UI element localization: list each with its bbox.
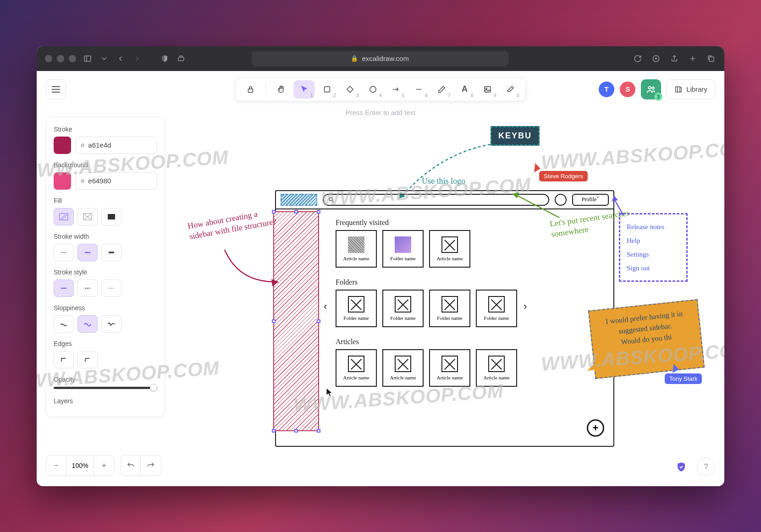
menu-button[interactable]	[46, 79, 66, 99]
wf-section-articles[interactable]: Articles	[336, 338, 359, 346]
background-hex-input[interactable]: #e64980	[76, 172, 157, 190]
zoom-level[interactable]: 100%	[66, 455, 94, 476]
svg-rect-15	[485, 87, 491, 92]
library-label: Library	[686, 85, 707, 93]
tool-text[interactable]: A8	[454, 80, 475, 99]
library-button[interactable]: Library	[667, 79, 715, 99]
wf-sidebar-selected[interactable]	[273, 211, 319, 431]
stroke-med[interactable]	[77, 244, 98, 261]
wf-card[interactable]: Article name	[476, 349, 517, 387]
edge-sharp[interactable]	[54, 351, 74, 368]
excalidraw-app: 1 2 3 4 5 6 7 A8 9 0 T S 3 Library Press…	[37, 71, 724, 486]
tabs-icon[interactable]	[706, 54, 716, 64]
chevron-down-icon[interactable]	[99, 54, 109, 64]
wf-card[interactable]: Article name	[382, 349, 424, 387]
wf-fab[interactable]: +	[587, 419, 604, 437]
svg-point-17	[649, 86, 651, 89]
stroke-width-label: Stroke width	[54, 233, 157, 240]
tool-line[interactable]: 6	[408, 80, 430, 99]
fill-solid[interactable]	[101, 208, 121, 225]
wf-card[interactable]: Article name	[336, 349, 377, 387]
fill-hachure[interactable]	[54, 208, 74, 225]
annotation-sidebar[interactable]: How about creating a sidebar with file s…	[187, 205, 281, 242]
wf-prev-arrow[interactable]: ‹	[324, 301, 333, 312]
stroke-hex-input[interactable]: #a61e4d	[76, 137, 157, 154]
collaboration-button[interactable]: 3	[641, 79, 661, 99]
fill-cross[interactable]	[77, 208, 98, 225]
zoom-in[interactable]: +	[94, 455, 114, 476]
tool-rectangle[interactable]: 2	[317, 80, 338, 99]
wf-card[interactable]: Folder name	[382, 290, 424, 327]
canvas-hint: Press Enter to add text	[346, 109, 416, 116]
bottom-right-controls: ?	[672, 458, 715, 476]
wf-card[interactable]: Article name	[336, 230, 377, 268]
svg-marker-37	[612, 196, 618, 201]
wf-card[interactable]: Article name	[429, 349, 470, 387]
shield-icon[interactable]	[160, 54, 170, 64]
browser-titlebar: 🔒 excalidraw.com	[37, 46, 724, 71]
tool-arrow[interactable]: 5	[386, 80, 407, 99]
reload-icon[interactable]	[633, 54, 643, 64]
tool-eraser[interactable]: 0	[500, 80, 521, 99]
style-solid[interactable]	[54, 280, 74, 297]
wf-profile-dropdown[interactable]: Profile ˅	[572, 194, 609, 206]
wf-card[interactable]: Folder name	[336, 290, 377, 327]
extensions-icon[interactable]	[176, 54, 186, 64]
style-dotted[interactable]	[101, 280, 121, 297]
url-bar[interactable]: 🔒 excalidraw.com	[252, 51, 508, 66]
tool-diamond[interactable]: 3	[340, 80, 361, 99]
zoom-out[interactable]: −	[46, 455, 66, 476]
sticky-note[interactable]: I would prefer having it in suggested si…	[588, 299, 705, 378]
canvas[interactable]: KEYBU Use this logo Steve Rodgers Profil…	[179, 121, 711, 445]
wf-card[interactable]: Article name	[429, 230, 470, 268]
wf-section-folders[interactable]: Folders	[336, 278, 358, 286]
layers-label: Layers	[54, 397, 157, 405]
svg-line-34	[332, 200, 334, 202]
cursor-label-steve: Steve Rodgers	[539, 171, 588, 181]
keybu-logo-box[interactable]: KEYBU	[491, 126, 540, 146]
wf-next-arrow[interactable]: ›	[524, 301, 533, 312]
undo-button[interactable]	[121, 455, 141, 476]
wf-dropdown-menu[interactable]: Release notes Help Settings Sign out	[619, 213, 688, 282]
edge-round[interactable]	[77, 351, 98, 368]
redo-button[interactable]	[141, 455, 161, 476]
stroke-label: Stroke	[54, 126, 157, 133]
fill-label: Fill	[54, 197, 157, 204]
traffic-lights[interactable]	[45, 55, 76, 62]
stroke-swatch[interactable]	[54, 137, 71, 154]
opacity-slider[interactable]	[54, 387, 157, 389]
download-icon[interactable]	[651, 54, 661, 64]
cursor-label-tony: Tony Stark	[665, 373, 702, 384]
tool-ellipse[interactable]: 4	[363, 80, 384, 99]
style-dashed[interactable]	[77, 280, 98, 297]
share-icon[interactable]	[669, 54, 679, 64]
stroke-thick[interactable]	[101, 244, 121, 261]
svg-rect-25	[108, 214, 115, 219]
svg-point-33	[329, 197, 332, 201]
slop-cartoonist[interactable]	[101, 315, 121, 333]
annotation-logo[interactable]: Use this logo	[422, 176, 465, 186]
slop-architect[interactable]	[54, 315, 74, 333]
tool-image[interactable]: 9	[477, 80, 498, 99]
sidebar-toggle-icon[interactable]	[83, 54, 93, 64]
new-tab-icon[interactable]	[688, 54, 698, 64]
slop-artist[interactable]	[77, 315, 98, 333]
wf-card[interactable]: Folder name	[382, 230, 424, 268]
wf-logo-placeholder[interactable]	[281, 194, 317, 206]
collaborator-avatar[interactable]: S	[620, 82, 635, 97]
tool-selection[interactable]: 1	[294, 80, 315, 99]
stroke-thin[interactable]	[54, 244, 74, 261]
help-button[interactable]: ?	[697, 458, 715, 476]
tool-lock[interactable]	[240, 80, 261, 99]
svg-rect-11	[325, 87, 330, 92]
back-icon[interactable]	[116, 54, 126, 64]
wf-card[interactable]: Folder name	[429, 290, 470, 327]
wf-section-frequently[interactable]: Frequently visited	[336, 219, 389, 227]
background-swatch[interactable]	[54, 172, 71, 190]
shield-badge-icon[interactable]	[672, 458, 690, 476]
collaborator-avatar[interactable]: T	[599, 82, 614, 97]
wf-card[interactable]: Folder name	[476, 290, 517, 327]
tool-draw[interactable]: 7	[431, 80, 452, 99]
tool-hand[interactable]	[271, 80, 292, 99]
sloppiness-label: Sloppiness	[54, 304, 157, 312]
